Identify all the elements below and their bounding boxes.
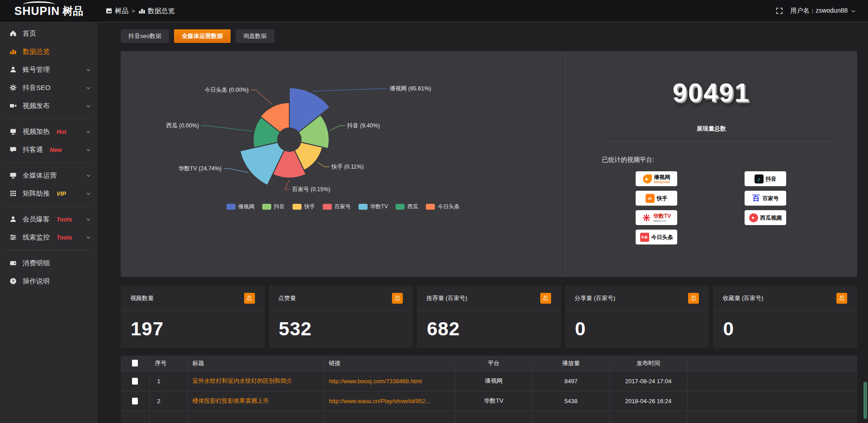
sidebar-item-线索监控[interactable]: 线索监控Tools	[0, 228, 98, 246]
legend-item-百家号[interactable]: 百家号	[323, 203, 351, 211]
table-row: 2楼体投影灯投影效果震撼上市http://www.wasu.cn/Play/sh…	[121, 391, 857, 411]
sidebar-item-label: 会员爆客	[23, 215, 50, 224]
video-link[interactable]: http://www.boosj.com/7338468.html	[323, 371, 455, 391]
legend-item-播视网[interactable]: 播视网	[226, 203, 255, 211]
platform-name: 华数TV	[653, 213, 671, 219]
legend-item-西瓜[interactable]: 西瓜	[396, 203, 418, 211]
legend-label: 西瓜	[407, 203, 418, 211]
stat-card-点赞量: 点赞量总532	[269, 286, 413, 348]
home-icon	[9, 30, 17, 37]
label-leader-line	[251, 90, 273, 105]
user-menu[interactable]: 用户名：zswodun88	[790, 7, 856, 15]
sidebar-item-会员爆客[interactable]: 会员爆客Tools	[0, 210, 98, 228]
fullscreen-icon[interactable]	[776, 7, 783, 14]
chevron-down-icon	[85, 173, 91, 179]
sidebar-divider	[5, 118, 92, 119]
tab-抖音seo数据[interactable]: 抖音seo数据	[121, 29, 169, 43]
pie-label-抖音: 抖音 (9.40%)	[347, 122, 380, 129]
tab-全媒体运营数据[interactable]: 全媒体运营数据	[174, 29, 231, 43]
platforms-title: 已统计的视频平台:	[602, 156, 654, 164]
sidebar-item-首页[interactable]: 首页	[0, 24, 98, 42]
baijiahao-logo-icon: 百	[752, 194, 760, 203]
boosj-logo-icon: ▶	[643, 174, 652, 183]
video-title[interactable]	[187, 411, 323, 423]
sidebar-item-账号管理[interactable]: 账号管理	[0, 61, 98, 79]
blank-cell	[687, 371, 857, 391]
video-link[interactable]	[323, 411, 455, 423]
breadcrumb-label: 树品	[115, 7, 128, 15]
breadcrumb-item[interactable]: 树品	[105, 7, 128, 15]
sidebar-item-label: 视频加热	[23, 127, 50, 136]
pie-label-百家号: 百家号 (0.15%)	[292, 186, 330, 193]
chevron-down-icon	[85, 147, 91, 153]
video-link[interactable]: http://www.wasu.cn/Play/show/id/952...	[323, 391, 455, 411]
scrollbar-thumb[interactable]	[863, 382, 867, 419]
col-header-发布时间: 发布时间	[609, 356, 687, 371]
legend-item-今日头条[interactable]: 今日头条	[426, 203, 459, 211]
sidebar-badge-Hot: Hot	[57, 128, 66, 135]
sidebar-item-消费明细[interactable]: 消费明细	[0, 254, 98, 272]
main-content: 抖音seo数据全媒体运营数据询盘数据 播视网 (65.61%)抖音 (9.40%…	[98, 22, 868, 423]
col-header-标题: 标题	[187, 356, 323, 371]
sidebar-item-视频加热[interactable]: 视频加热Hot	[0, 122, 98, 141]
stat-card-value: 0	[713, 311, 857, 340]
app-logo: SHUPIN 树品	[0, 4, 98, 18]
top-header: SHUPIN 树品 树品>数据总览 用户名：zswodun88	[0, 0, 868, 22]
row-index	[149, 411, 187, 423]
sidebar-item-label: 视频发布	[23, 102, 50, 110]
tab-询盘数据[interactable]: 询盘数据	[236, 29, 274, 43]
app-icon	[105, 7, 113, 14]
legend-swatch	[262, 204, 271, 210]
row-checkbox[interactable]	[132, 398, 138, 404]
platform-badge-西瓜视频: ▶西瓜视频	[745, 210, 786, 225]
platform-badge-华数TV: 华数TVwasu.cn	[636, 210, 677, 225]
data-tabs: 抖音seo数据全媒体运营数据询盘数据	[121, 29, 857, 43]
stat-cards: 视频数量总197点赞量总532推荐量 (百家号)总682分享量 (百家号)总0收…	[121, 286, 857, 348]
chevron-down-icon	[85, 235, 91, 240]
time-cell: 2017-08-24 17:04	[609, 371, 687, 391]
sidebar-item-视频发布[interactable]: 视频发布	[0, 97, 98, 115]
row-checkbox[interactable]	[132, 378, 138, 385]
sidebar-item-全媒体运营[interactable]: 全媒体运营	[0, 166, 98, 184]
xigua-logo-icon: ▶	[749, 213, 758, 222]
blank-cell	[687, 391, 857, 411]
legend-item-华数TV[interactable]: 华数TV	[359, 203, 388, 211]
summary-divider	[606, 141, 837, 142]
sidebar-item-抖音SEO[interactable]: 抖音SEO	[0, 79, 98, 97]
sidebar-item-数据总览[interactable]: 数据总览	[0, 42, 98, 61]
stat-card-分享量 (百家号): 分享量 (百家号)总0	[565, 286, 709, 348]
plays-cell	[533, 411, 609, 423]
select-all-checkbox[interactable]	[132, 360, 138, 367]
sidebar-item-矩阵助推[interactable]: 矩阵助推VIP	[0, 184, 98, 202]
pie-slice-华数TV[interactable]	[240, 142, 284, 185]
total-badge: 总	[688, 293, 699, 304]
header-right: 用户名：zswodun88	[776, 7, 868, 15]
chevron-down-icon	[850, 8, 856, 14]
row-index: 1	[149, 371, 187, 391]
sidebar-item-抖客通[interactable]: 抖客通New	[0, 141, 98, 159]
sidebar-badge-Tools: Tools	[57, 216, 72, 223]
chevron-down-icon	[85, 129, 91, 135]
pie-label-快手: 快手 (0.11%)	[331, 164, 363, 170]
sidebar-divider	[5, 162, 92, 163]
video-table-wrap: 序号标题链接平台播放量发布时间 1室外水纹灯和室内水纹灯的区别和简介http:/…	[121, 356, 857, 423]
total-badge: 总	[540, 293, 551, 304]
breadcrumb-item[interactable]: 数据总览	[138, 7, 175, 15]
page-scrollbar[interactable]	[863, 22, 867, 423]
sidebar-badge-New: New	[50, 146, 62, 153]
video-title[interactable]: 室外水纹灯和室内水纹灯的区别和简介	[187, 371, 323, 391]
sidebar-item-操作说明[interactable]: ?操作说明	[0, 272, 98, 290]
legend-item-抖音[interactable]: 抖音	[262, 203, 285, 211]
stat-card-label: 推荐量 (百家号)	[426, 294, 467, 302]
stat-card-视频数量: 视频数量总197	[121, 286, 265, 348]
total-badge: 总	[836, 293, 847, 304]
wasu-logo-icon	[642, 213, 651, 222]
label-leader-line	[313, 89, 387, 91]
label-leader-line	[317, 162, 329, 167]
help-icon: ?	[9, 277, 17, 285]
legend-item-快手[interactable]: 快手	[292, 203, 315, 211]
video-title[interactable]: 楼体投影灯投影效果震撼上市	[187, 391, 323, 411]
col-header-blank	[121, 356, 149, 371]
platform-name: 西瓜视频	[760, 215, 782, 221]
total-badge: 总	[392, 293, 403, 304]
